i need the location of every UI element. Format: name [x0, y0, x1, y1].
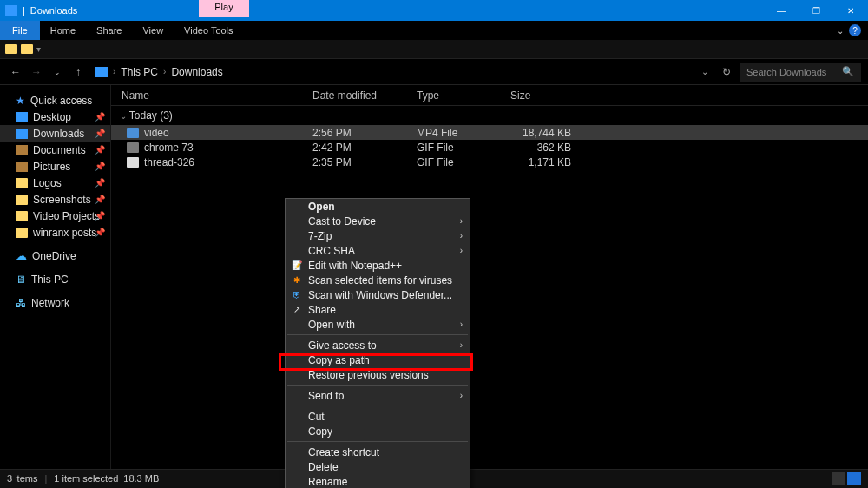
- ctx-defender[interactable]: ⛨Scan with Windows Defender...: [286, 287, 470, 302]
- sidebar-item-desktop[interactable]: Desktop📌: [0, 109, 110, 125]
- tab-view[interactable]: View: [132, 21, 174, 40]
- separator: [287, 406, 468, 406]
- sidebar-network[interactable]: 🖧Network: [0, 294, 110, 311]
- sidebar-quick-access[interactable]: ★Quick access: [0, 92, 110, 109]
- ctx-notepad[interactable]: 📝Edit with Notepad++: [286, 258, 470, 273]
- close-button[interactable]: ✕: [833, 0, 868, 21]
- chevron-right-icon: ›: [163, 67, 166, 76]
- pin-icon: 📌: [95, 129, 105, 138]
- sidebar-onedrive[interactable]: ☁OneDrive: [0, 247, 110, 264]
- ctx-give-access[interactable]: Give access to›: [286, 338, 470, 353]
- refresh-button[interactable]: ↻: [717, 66, 736, 78]
- sidebar-thispc[interactable]: 🖥This PC: [0, 271, 110, 287]
- ctx-open-with[interactable]: Open with›: [286, 317, 470, 332]
- search-input[interactable]: Search Downloads 🔍: [740, 63, 861, 82]
- view-details-button[interactable]: [832, 472, 845, 485]
- file-name: thread-326: [144, 156, 194, 168]
- ribbon-tab-play[interactable]: Play: [199, 0, 248, 17]
- folder-icon[interactable]: [21, 44, 33, 54]
- col-size[interactable]: Size: [510, 89, 580, 102]
- sidebar-item-logos[interactable]: Logos📌: [0, 175, 110, 191]
- chevron-down-icon[interactable]: ⌄: [837, 26, 844, 36]
- pin-icon: 📌: [95, 178, 105, 188]
- title-bar: | Downloads Play ― ❐ ✕: [0, 0, 868, 21]
- separator: [287, 334, 468, 335]
- shield-icon: ⛨: [291, 289, 303, 301]
- file-menu[interactable]: File: [0, 21, 40, 40]
- folder-icon: [16, 129, 28, 139]
- ctx-open[interactable]: Open: [286, 199, 470, 214]
- folder-icon: [16, 112, 28, 122]
- pin-icon: 📌: [95, 228, 105, 237]
- pin-icon: 📌: [95, 112, 105, 122]
- folder-icon: [16, 228, 28, 238]
- ctx-rename[interactable]: Rename: [286, 474, 470, 488]
- col-date[interactable]: Date modified: [312, 89, 417, 102]
- ctx-crc[interactable]: CRC SHA›: [286, 243, 470, 258]
- pc-icon: 🖥: [16, 274, 26, 286]
- breadcrumb[interactable]: › This PC › Downloads: [90, 66, 693, 78]
- sidebar-item-winranx-posts[interactable]: winranx posts📌: [0, 224, 110, 241]
- folder-icon: [16, 162, 28, 172]
- sidebar-item-documents[interactable]: Documents📌: [0, 142, 110, 158]
- breadcrumb-current[interactable]: Downloads: [171, 66, 222, 78]
- ctx-virus-scan[interactable]: ✱Scan selected items for viruses: [286, 273, 470, 287]
- address-dropdown[interactable]: ⌄: [696, 67, 713, 76]
- file-type: GIF File: [417, 142, 510, 154]
- pin-icon: 📌: [95, 211, 105, 221]
- file-row[interactable]: chrome 732:42 PMGIF File362 KB: [111, 140, 868, 155]
- separator: [287, 441, 468, 442]
- up-button[interactable]: ↑: [69, 66, 87, 78]
- sidebar-item-downloads[interactable]: Downloads📌: [0, 125, 110, 142]
- search-placeholder: Search Downloads: [746, 67, 826, 77]
- col-name[interactable]: Name: [111, 89, 312, 102]
- tab-home[interactable]: Home: [40, 21, 86, 40]
- maximize-button[interactable]: ❐: [799, 0, 833, 21]
- file-row[interactable]: thread-3262:35 PMGIF File1,171 KB: [111, 155, 868, 169]
- ctx-send-to[interactable]: Send to›: [286, 388, 470, 403]
- col-type[interactable]: Type: [417, 89, 510, 102]
- sidebar-item-pictures[interactable]: Pictures📌: [0, 158, 110, 175]
- group-header-today[interactable]: Today (3): [111, 106, 868, 125]
- help-icon[interactable]: ?: [849, 24, 861, 36]
- file-type: MP4 File: [417, 127, 510, 139]
- ctx-7zip[interactable]: 7-Zip›: [286, 228, 470, 243]
- file-row[interactable]: video2:56 PMMP4 File18,744 KB: [111, 125, 868, 140]
- breadcrumb-thispc[interactable]: This PC: [121, 66, 158, 78]
- qat-dropdown[interactable]: ▾: [36, 44, 41, 54]
- sidebar-item-label: Screenshots: [33, 194, 91, 206]
- recent-dropdown[interactable]: ⌄: [49, 68, 66, 76]
- ctx-cast[interactable]: Cast to Device›: [286, 214, 470, 228]
- sidebar-item-screenshots[interactable]: Screenshots📌: [0, 191, 110, 208]
- folder-icon: [16, 145, 28, 155]
- ctx-share[interactable]: ↗Share: [286, 302, 470, 317]
- folder-icon[interactable]: [5, 44, 17, 54]
- folder-icon: [16, 211, 28, 221]
- ctx-cut[interactable]: Cut: [286, 409, 470, 424]
- chevron-right-icon: ›: [460, 246, 463, 255]
- sidebar-item-video-projects[interactable]: Video Projects📌: [0, 208, 110, 224]
- file-icon: [127, 142, 139, 153]
- view-large-button[interactable]: [847, 472, 861, 485]
- separator: |: [44, 473, 47, 484]
- tab-video-tools[interactable]: Video Tools: [174, 21, 243, 40]
- chevron-right-icon: ›: [460, 216, 463, 226]
- sidebar-label: Network: [31, 297, 69, 309]
- ctx-restore[interactable]: Restore previous versions: [286, 367, 470, 382]
- forward-button[interactable]: →: [28, 66, 45, 78]
- file-list: Name Date modified Type Size Today (3) v…: [111, 85, 868, 469]
- ctx-shortcut[interactable]: Create shortcut: [286, 445, 470, 459]
- pin-icon: 📌: [95, 145, 105, 155]
- ctx-copy[interactable]: Copy: [286, 424, 470, 439]
- chevron-right-icon: ›: [460, 231, 463, 241]
- file-icon: [127, 157, 139, 168]
- status-item-count: 3 items: [7, 473, 37, 484]
- minimize-button[interactable]: ―: [764, 0, 799, 21]
- file-name: chrome 73: [144, 142, 194, 154]
- ctx-delete[interactable]: Delete: [286, 459, 470, 474]
- file-size: 18,744 KB: [510, 127, 580, 139]
- tab-share[interactable]: Share: [86, 21, 132, 40]
- chevron-right-icon: ›: [460, 340, 463, 350]
- ctx-copy-as-path[interactable]: Copy as path: [286, 353, 470, 367]
- back-button[interactable]: ←: [7, 66, 24, 78]
